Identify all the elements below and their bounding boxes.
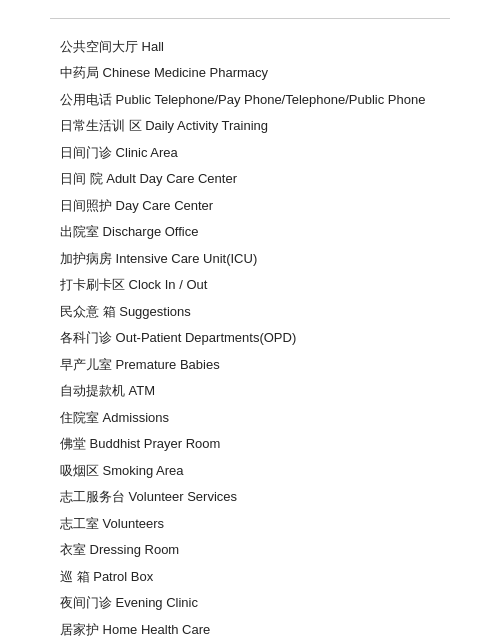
list-item: 巡 箱 Patrol Box xyxy=(60,563,440,590)
list-item: 日间 院 Adult Day Care Center xyxy=(60,166,440,193)
list-item: 日间照护 Day Care Center xyxy=(60,192,440,219)
list-item: 早产儿室 Premature Babies xyxy=(60,351,440,378)
list-item: 民众意 箱 Suggestions xyxy=(60,298,440,325)
list-item: 衣室 Dressing Room xyxy=(60,537,440,564)
list-item: 自动提款机 ATM xyxy=(60,378,440,405)
list-item: 日间门诊 Clinic Area xyxy=(60,139,440,166)
list-item: 加护病房 Intensive Care Unit(ICU) xyxy=(60,245,440,272)
list-item: 日常生活训 区 Daily Activity Training xyxy=(60,113,440,140)
list-item: 志工室 Volunteers xyxy=(60,510,440,537)
list-item: 夜间门诊 Evening Clinic xyxy=(60,590,440,617)
list-item: 出院室 Discharge Office xyxy=(60,219,440,246)
list-item: 各科门诊 Out-Patient Departments(OPD) xyxy=(60,325,440,352)
list-item: 吸烟区 Smoking Area xyxy=(60,457,440,484)
terminology-list: 公共空间大厅 Hall中药局 Chinese Medicine Pharmacy… xyxy=(0,29,500,636)
list-item: 居家护 Home Health Care xyxy=(60,616,440,636)
list-item: 志工服务台 Volunteer Services xyxy=(60,484,440,511)
top-divider xyxy=(50,18,450,19)
list-item: 公共空间大厅 Hall xyxy=(60,33,440,60)
list-item: 佛堂 Buddhist Prayer Room xyxy=(60,431,440,458)
list-item: 公用电话 Public Telephone/Pay Phone/Telephon… xyxy=(60,86,440,113)
list-item: 打卡刷卡区 Clock In / Out xyxy=(60,272,440,299)
list-item: 住院室 Admissions xyxy=(60,404,440,431)
list-item: 中药局 Chinese Medicine Pharmacy xyxy=(60,60,440,87)
